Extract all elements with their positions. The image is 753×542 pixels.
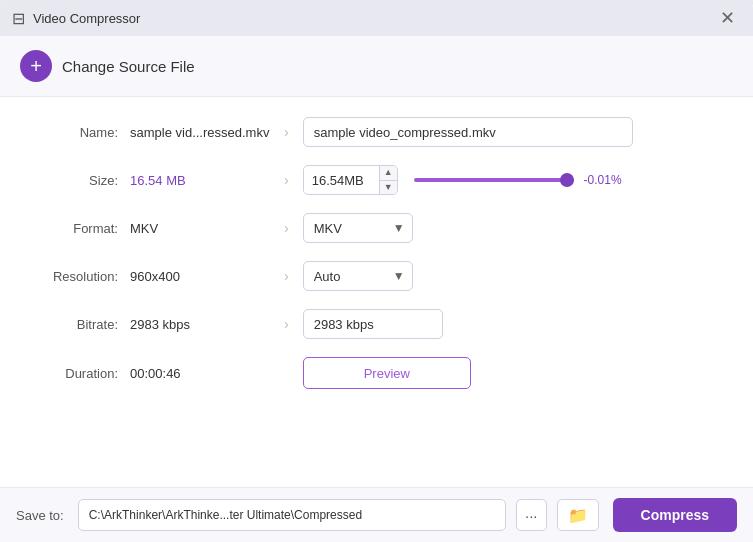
folder-icon: 📁 [568, 506, 588, 525]
bitrate-arrow: › [284, 316, 289, 332]
resolution-source-value: 960x400 [130, 269, 270, 284]
bitrate-input[interactable] [303, 309, 443, 339]
preview-button[interactable]: Preview [303, 357, 471, 389]
close-button[interactable]: ✕ [713, 4, 741, 32]
format-select[interactable]: MKV MP4 AVI MOV WMV [303, 213, 413, 243]
plus-icon: + [20, 50, 52, 82]
resolution-label: Resolution: [40, 269, 130, 284]
bitrate-label: Bitrate: [40, 317, 130, 332]
change-source-button[interactable]: + Change Source File [20, 50, 195, 82]
name-arrow: › [284, 124, 289, 140]
name-row: Name: sample vid...ressed.mkv › [40, 117, 713, 147]
dots-button[interactable]: ··· [516, 499, 547, 531]
format-arrow: › [284, 220, 289, 236]
name-source-value: sample vid...ressed.mkv [130, 125, 270, 140]
app-title: Video Compressor [33, 11, 140, 26]
size-source-value: 16.54 MB [130, 173, 270, 188]
app-icon: ⊟ [12, 9, 25, 28]
size-spin-buttons: ▲ ▼ [379, 166, 397, 194]
resolution-row: Resolution: 960x400 › Auto 1920x1080 128… [40, 261, 713, 291]
size-slider[interactable] [414, 178, 574, 182]
size-spin-down[interactable]: ▼ [380, 181, 397, 195]
duration-source-value: 00:00:46 [130, 366, 270, 381]
size-input[interactable] [304, 168, 379, 193]
format-row: Format: MKV › MKV MP4 AVI MOV WMV ▼ [40, 213, 713, 243]
main-window: ⊟ Video Compressor ✕ + Change Source Fil… [0, 0, 753, 542]
name-input[interactable] [303, 117, 633, 147]
toolbar: + Change Source File [0, 36, 753, 97]
size-arrow: › [284, 172, 289, 188]
size-percent-label: -0.01% [584, 173, 629, 187]
bitrate-row: Bitrate: 2983 kbps › [40, 309, 713, 339]
resolution-select[interactable]: Auto 1920x1080 1280x720 960x400 854x480 … [303, 261, 413, 291]
content-area: Name: sample vid...ressed.mkv › Size: 16… [0, 97, 753, 487]
titlebar-left: ⊟ Video Compressor [12, 9, 140, 28]
format-select-wrap: MKV MP4 AVI MOV WMV ▼ [303, 213, 413, 243]
size-spin-up[interactable]: ▲ [380, 166, 397, 181]
duration-label: Duration: [40, 366, 130, 381]
change-source-label: Change Source File [62, 58, 195, 75]
size-slider-wrap: -0.01% [414, 173, 629, 187]
duration-row: Duration: 00:00:46 › Preview [40, 357, 713, 389]
folder-button[interactable]: 📁 [557, 499, 599, 531]
resolution-select-wrap: Auto 1920x1080 1280x720 960x400 854x480 … [303, 261, 413, 291]
name-label: Name: [40, 125, 130, 140]
format-source-value: MKV [130, 221, 270, 236]
footer: Save to: ··· 📁 Compress [0, 487, 753, 542]
format-label: Format: [40, 221, 130, 236]
titlebar: ⊟ Video Compressor ✕ [0, 0, 753, 36]
size-row: Size: 16.54 MB › ▲ ▼ -0.01% [40, 165, 713, 195]
resolution-arrow: › [284, 268, 289, 284]
size-input-wrap: ▲ ▼ [303, 165, 398, 195]
compress-button[interactable]: Compress [613, 498, 737, 532]
size-label: Size: [40, 173, 130, 188]
save-path-input[interactable] [78, 499, 506, 531]
bitrate-source-value: 2983 kbps [130, 317, 270, 332]
save-label: Save to: [16, 508, 64, 523]
